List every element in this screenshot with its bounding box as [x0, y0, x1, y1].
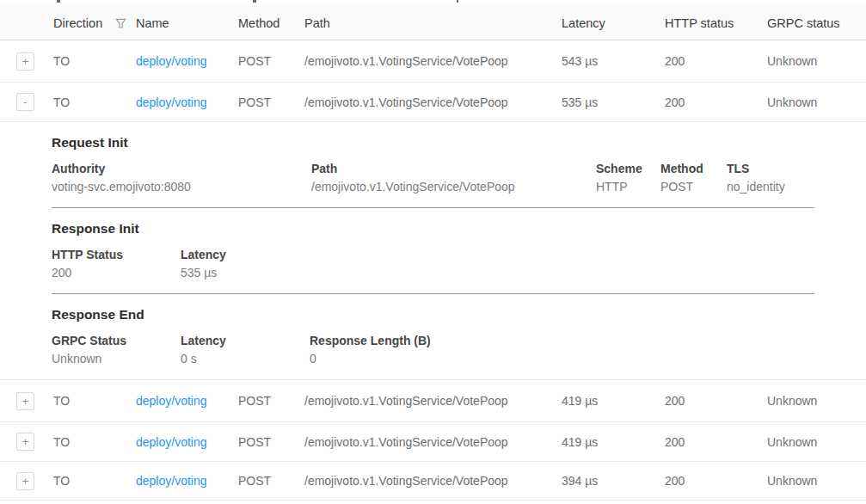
method-cell: POST: [238, 54, 304, 68]
method-cell: POST: [238, 435, 304, 449]
direction-cell: TO: [53, 95, 136, 109]
table-row-expanded: - TO deploy/voting POST /emojivoto.v1.Vo…: [0, 83, 866, 122]
latency-cell: 419 µs: [562, 435, 665, 449]
field-value: HTTP: [596, 178, 660, 196]
response-init-section: Response Init HTTP Status 200 Latency 53…: [52, 208, 866, 294]
http-status-cell: 200: [665, 435, 767, 449]
path-cell: /emojivoto.v1.VotingService/VotePoop: [304, 95, 562, 109]
field-label: Method: [660, 160, 727, 178]
direction-cell: TO: [53, 474, 136, 488]
path-cell: /emojivoto.v1.VotingService/VotePoop: [304, 394, 562, 408]
column-header-latency: Latency: [562, 16, 665, 30]
table-row: + TO deploy/voting POST /emojivoto.v1.Vo…: [0, 422, 866, 462]
field-label: Scheme: [596, 160, 660, 178]
resource-link[interactable]: deploy/voting: [136, 435, 207, 449]
table-row: + TO deploy/voting POST /emojivoto.v1.Vo…: [0, 380, 866, 422]
request-details-panel: Request Init Authority voting-svc.emojiv…: [0, 122, 866, 380]
expand-row-button[interactable]: +: [16, 392, 34, 410]
table-row: + TO deploy/voting POST /emojivoto.v1.Vo…: [0, 40, 866, 83]
direction-cell: TO: [53, 435, 136, 449]
field-label: Authority: [52, 160, 311, 178]
grpc-status-cell: Unknown: [767, 474, 866, 488]
resource-link[interactable]: deploy/voting: [136, 394, 207, 408]
field-label: TLS: [727, 160, 866, 178]
latency-cell: 394 µs: [562, 474, 665, 488]
path-cell: /emojivoto.v1.VotingService/VotePoop: [304, 54, 562, 68]
method-cell: POST: [238, 95, 304, 109]
section-title: Response End: [52, 294, 866, 323]
section-title: Response Init: [52, 208, 866, 237]
field-label: HTTP Status: [52, 246, 181, 264]
path-cell: /emojivoto.v1.VotingService/VotePoop: [304, 435, 562, 449]
field-label: Latency: [181, 246, 866, 264]
expand-row-button[interactable]: +: [16, 433, 34, 451]
resource-link[interactable]: deploy/voting: [136, 474, 207, 488]
field-value: /emojivoto.v1.VotingService/VotePoop: [311, 178, 596, 196]
field-label: GRPC Status: [52, 332, 181, 350]
method-cell: POST: [238, 474, 304, 488]
request-init-section: Request Init Authority voting-svc.emojiv…: [52, 122, 866, 208]
grpc-status-cell: Unknown: [767, 394, 866, 408]
column-header-grpc-status: GRPC status: [767, 16, 866, 30]
grpc-status-cell: Unknown: [767, 435, 866, 449]
column-header-method: Method: [238, 16, 304, 30]
filter-icon[interactable]: [114, 17, 127, 30]
field-value: voting-svc.emojivoto:8080: [52, 178, 311, 196]
http-status-cell: 200: [665, 394, 767, 408]
direction-cell: TO: [53, 394, 136, 408]
column-header-direction: Direction: [53, 16, 102, 30]
direction-cell: TO: [53, 54, 136, 68]
grpc-status-cell: Unknown: [767, 54, 866, 68]
resource-link[interactable]: deploy/voting: [136, 95, 207, 109]
http-status-cell: 200: [665, 474, 767, 488]
method-cell: POST: [238, 394, 304, 408]
latency-cell: 419 µs: [562, 394, 665, 408]
http-status-cell: 200: [665, 95, 767, 109]
clipped-content-above: [0, 0, 866, 6]
field-label: Path: [311, 160, 596, 178]
tap-results-table: Direction Name Method Path Latency HTTP …: [0, 6, 866, 501]
field-value: POST: [660, 178, 727, 196]
field-value: 200: [52, 264, 181, 282]
field-value: 0 s: [181, 350, 310, 368]
expand-row-button[interactable]: +: [16, 472, 34, 490]
table-header-row: Direction Name Method Path Latency HTTP …: [0, 6, 866, 40]
column-header-http-status: HTTP status: [665, 16, 767, 30]
latency-cell: 543 µs: [562, 54, 665, 68]
column-header-name: Name: [136, 16, 238, 30]
path-cell: /emojivoto.v1.VotingService/VotePoop: [304, 474, 562, 488]
response-end-section: Response End GRPC Status Unknown Latency…: [52, 294, 866, 368]
section-title: Request Init: [52, 122, 866, 151]
collapse-row-button[interactable]: -: [16, 93, 34, 111]
field-label: Response Length (B): [310, 332, 866, 350]
field-label: Latency: [181, 332, 310, 350]
field-value: no_identity: [727, 178, 866, 196]
resource-link[interactable]: deploy/voting: [136, 54, 207, 68]
field-value: 535 µs: [181, 264, 866, 282]
field-value: 0: [310, 350, 866, 368]
table-row: + TO deploy/voting POST /emojivoto.v1.Vo…: [0, 462, 866, 501]
latency-cell: 535 µs: [562, 95, 665, 109]
field-value: Unknown: [52, 350, 181, 368]
column-header-path: Path: [304, 16, 562, 30]
http-status-cell: 200: [665, 54, 767, 68]
expand-row-button[interactable]: +: [16, 52, 34, 71]
grpc-status-cell: Unknown: [767, 95, 866, 109]
